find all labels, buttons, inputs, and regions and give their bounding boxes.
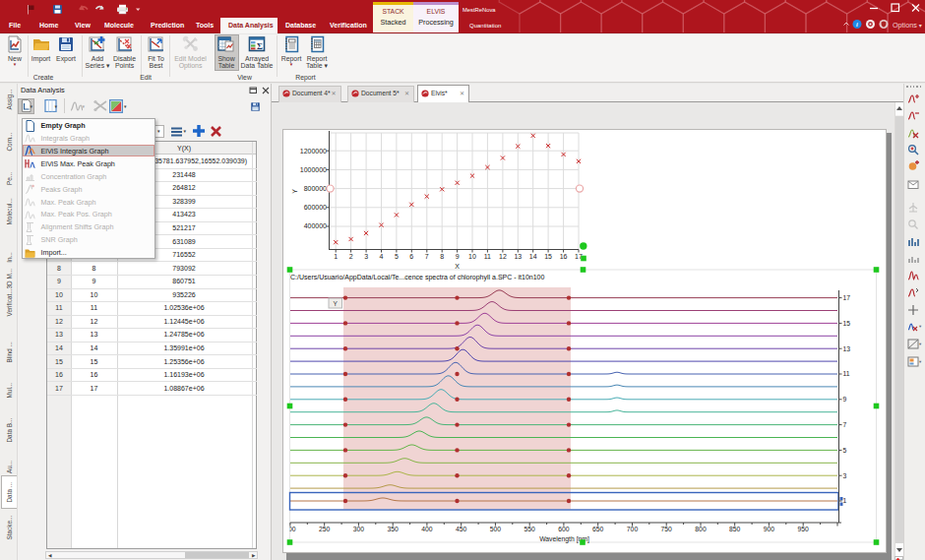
svg-text:350: 350 [388, 526, 400, 532]
svg-text:14: 14 [529, 253, 537, 260]
svg-text:C:/Users/Usuario/AppData/Local: C:/Users/Usuario/AppData/Local/Te...cenc… [290, 274, 544, 281]
svg-text:1000000: 1000000 [300, 166, 327, 173]
svg-text:7: 7 [425, 253, 429, 260]
svg-text:850: 850 [729, 526, 741, 532]
svg-text:500: 500 [490, 526, 502, 532]
svg-text:4: 4 [380, 253, 384, 260]
svg-text:400000: 400000 [304, 222, 327, 229]
svg-text:1200000: 1200000 [300, 148, 327, 155]
svg-text:7: 7 [843, 421, 847, 428]
svg-text:17: 17 [843, 294, 851, 301]
svg-text:Y: Y [334, 300, 339, 307]
svg-text:600: 600 [558, 526, 570, 532]
svg-text:5: 5 [395, 253, 399, 260]
svg-text:700: 700 [627, 526, 639, 532]
svg-text:800: 800 [695, 526, 707, 532]
svg-text:2: 2 [349, 253, 353, 260]
svg-text:250: 250 [319, 526, 331, 532]
svg-text:400: 400 [421, 526, 433, 532]
svg-text:Y: Y [291, 189, 298, 194]
svg-text:9: 9 [843, 396, 847, 403]
svg-text:8: 8 [440, 253, 444, 260]
svg-text:3: 3 [843, 472, 847, 479]
svg-text:9: 9 [456, 253, 460, 260]
svg-text:10: 10 [468, 253, 476, 260]
svg-text:300: 300 [353, 526, 365, 532]
svg-text:Σ: Σ [257, 41, 263, 51]
svg-text:6: 6 [409, 253, 413, 260]
svg-text:11: 11 [843, 370, 850, 377]
svg-text:i: i [856, 21, 858, 28]
svg-text:900: 900 [764, 526, 775, 532]
svg-text:12: 12 [499, 253, 507, 260]
svg-text:450: 450 [456, 526, 467, 532]
svg-text:200: 200 [284, 526, 296, 532]
svg-text:800000: 800000 [304, 185, 327, 192]
svg-text:X: X [455, 263, 460, 270]
svg-text:11: 11 [484, 253, 491, 260]
svg-text:750: 750 [661, 526, 673, 532]
svg-text:13: 13 [514, 253, 522, 260]
svg-text:15: 15 [843, 320, 851, 327]
svg-text:5: 5 [843, 447, 847, 454]
svg-text:15: 15 [544, 253, 552, 260]
svg-text:16: 16 [560, 253, 568, 260]
svg-text:550: 550 [524, 526, 536, 532]
svg-text:1: 1 [334, 253, 338, 260]
svg-text:1: 1 [843, 497, 847, 504]
svg-text:950: 950 [798, 526, 810, 532]
svg-text:650: 650 [592, 526, 604, 532]
svg-text:13: 13 [843, 345, 851, 352]
svg-text:3: 3 [364, 253, 368, 260]
svg-text:600000: 600000 [304, 204, 327, 211]
